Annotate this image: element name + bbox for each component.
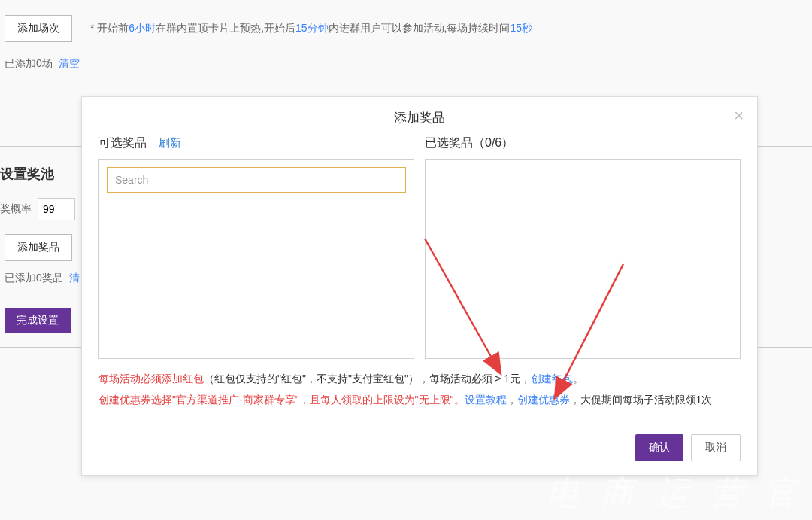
modal-notes: 每场活动必须添加红包（红包仅支持的"红包"，不支持"支付宝红包"），每场活动必须… xyxy=(98,368,741,410)
selected-title: 已选奖品（0/6） xyxy=(425,135,514,151)
tutorial-link[interactable]: 设置教程 xyxy=(465,394,507,406)
add-prize-modal: 添加奖品 × 可选奖品 刷新 已选奖品（0/6） 每场活动必须添加红包（红包仅支… xyxy=(81,96,758,476)
clear-rounds-link[interactable]: 清空 xyxy=(59,57,80,71)
selected-list-box[interactable] xyxy=(425,159,741,359)
added-prizes-label: 已添加0奖品 xyxy=(5,272,63,285)
available-title: 可选奖品 xyxy=(98,135,147,151)
finish-setup-button[interactable]: 完成设置 xyxy=(5,308,71,333)
create-hongbao-link[interactable]: 创建红包 xyxy=(531,373,573,385)
close-icon[interactable]: × xyxy=(734,108,744,124)
hint-mid2: 内进群用户可以参加活动,每场持续时间 xyxy=(329,22,511,34)
added-rounds-label: 已添加0场 xyxy=(5,57,53,71)
note1-period: 。 xyxy=(573,373,583,385)
hint-t2: 15分钟 xyxy=(295,22,329,34)
selected-panel: 已选奖品（0/6） xyxy=(425,135,741,359)
hint-t1: 6小时 xyxy=(129,22,156,34)
note2-red: 创建优惠券选择"官方渠道推广-商家群专享"，且每人领取的上限设为"无上限"。 xyxy=(98,394,465,406)
create-coupon-link[interactable]: 创建优惠券 xyxy=(517,394,570,406)
hint-mid1: 在群内置顶卡片上预热,开始后 xyxy=(156,22,295,34)
note1-black: （红包仅支持的"红包"，不支持"支付宝红包"），每场活动必须 ≥ 1元， xyxy=(204,373,531,385)
hint-t3: 15秒 xyxy=(511,22,533,34)
hint-prefix: * 开始前 xyxy=(90,22,129,34)
confirm-button[interactable]: 确认 xyxy=(635,434,683,461)
note2-comma: ， xyxy=(507,394,517,406)
clear-prizes-link[interactable]: 清 xyxy=(69,272,80,285)
hint-text: * 开始前6小时在群内置顶卡片上预热,开始后15分钟内进群用户可以参加活动,每场… xyxy=(90,22,532,35)
modal-title-bar: 添加奖品 × xyxy=(82,97,757,135)
add-round-button[interactable]: 添加场次 xyxy=(5,15,72,42)
available-list-box[interactable] xyxy=(98,159,414,359)
cancel-button[interactable]: 取消 xyxy=(691,434,741,461)
available-panel: 可选奖品 刷新 xyxy=(98,135,414,359)
modal-title: 添加奖品 xyxy=(394,111,445,125)
refresh-link[interactable]: 刷新 xyxy=(159,136,181,149)
search-input[interactable] xyxy=(107,167,406,193)
note2-black: ，大促期间每场子活动限领1次 xyxy=(570,394,713,406)
rate-input[interactable] xyxy=(38,198,75,220)
add-prize-button-bg[interactable]: 添加奖品 xyxy=(5,234,72,261)
rate-label: 奖概率 xyxy=(0,202,32,216)
note1-red: 每场活动必须添加红包 xyxy=(98,373,204,385)
